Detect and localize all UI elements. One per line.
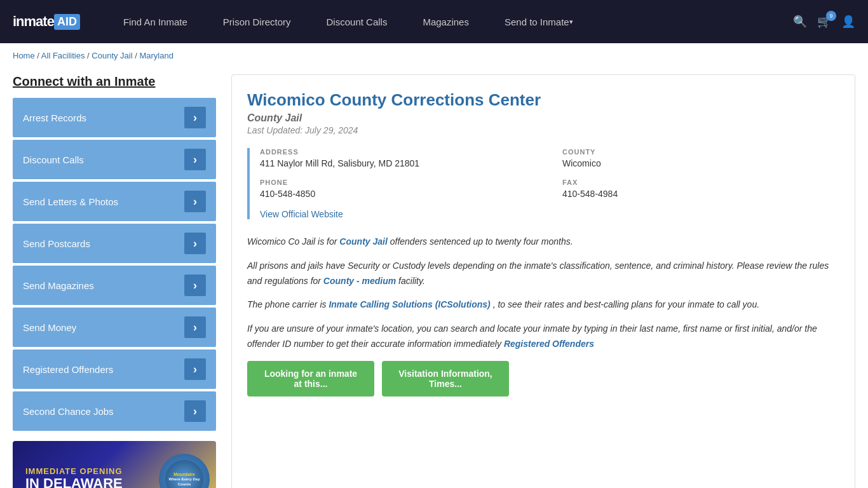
official-website-link[interactable]: View Official Website xyxy=(260,209,343,219)
phone-value: 410-548-4850 xyxy=(260,189,537,199)
nav-discount-calls[interactable]: Discount Calls xyxy=(309,0,405,43)
phone-section: PHONE 410-548-4850 xyxy=(260,179,537,199)
sidebar-item-second-chance-jobs[interactable]: Second Chance Jobs › xyxy=(13,391,216,431)
ad-brand-logo: Mountaire Where Every Day Counts xyxy=(159,454,210,488)
sidebar-advertisement[interactable]: IMMEDIATE OPENING IN DELAWARE Mountaire … xyxy=(13,441,216,488)
arrow-icon: › xyxy=(184,358,206,380)
arrow-icon: › xyxy=(184,316,206,338)
main-layout: Connect with an Inmate Arrest Records › … xyxy=(0,68,868,488)
sidebar-item-arrest-records[interactable]: Arrest Records › xyxy=(13,98,216,137)
sidebar-item-label: Second Chance Jobs xyxy=(23,406,114,417)
sidebar-item-label: Send Letters & Photos xyxy=(23,196,118,207)
arrow-icon: › xyxy=(184,233,206,254)
sidebar-item-label: Send Postcards xyxy=(23,238,90,249)
last-updated: Last Updated: July 29, 2024 xyxy=(247,125,839,135)
sidebar-item-label: Arrest Records xyxy=(23,112,86,123)
fax-value: 410-548-4984 xyxy=(562,189,839,199)
county-label: COUNTY xyxy=(562,148,839,156)
sidebar-item-send-postcards[interactable]: Send Postcards › xyxy=(13,224,216,263)
arrow-icon: › xyxy=(184,191,206,212)
breadcrumb-county-jail[interactable]: County Jail xyxy=(92,51,132,60)
sidebar-item-registered-offenders[interactable]: Registered Offenders › xyxy=(13,349,216,389)
sidebar-item-label: Discount Calls xyxy=(23,154,84,165)
desc-paragraph-4: If you are unsure of your inmate's locat… xyxy=(247,322,839,352)
county-section: COUNTY Wicomico xyxy=(562,148,839,168)
sidebar: Connect with an Inmate Arrest Records › … xyxy=(13,74,216,488)
fax-section: FAX 410-548-4984 xyxy=(562,179,839,199)
account-button[interactable]: 👤 xyxy=(841,15,855,29)
ad-delaware-text: IN DELAWARE xyxy=(25,476,123,488)
sidebar-item-label: Send Money xyxy=(23,322,76,333)
ad-immediate-text: IMMEDIATE OPENING xyxy=(25,466,123,476)
logo[interactable]: inmate AID xyxy=(13,13,80,30)
address-value: 411 Naylor Mill Rd, Salisbury, MD 21801 xyxy=(260,158,537,168)
sidebar-item-send-letters[interactable]: Send Letters & Photos › xyxy=(13,182,216,221)
facility-type: County Jail xyxy=(247,112,839,124)
fax-label: FAX xyxy=(562,179,839,186)
facility-content: Wicomico County Corrections Center Count… xyxy=(231,74,855,488)
arrow-icon: › xyxy=(184,107,206,128)
sidebar-menu: Arrest Records › Discount Calls › Send L… xyxy=(13,98,216,431)
nav-magazines[interactable]: Magazines xyxy=(405,0,487,43)
sidebar-item-discount-calls[interactable]: Discount Calls › xyxy=(13,140,216,179)
nav-prison-directory[interactable]: Prison Directory xyxy=(205,0,309,43)
icsolutions-link[interactable]: Inmate Calling Solutions (ICSolutions) xyxy=(329,299,490,309)
sidebar-item-label: Registered Offenders xyxy=(23,364,113,375)
sidebar-title: Connect with an Inmate xyxy=(13,74,216,89)
address-section: ADDRESS 411 Naylor Mill Rd, Salisbury, M… xyxy=(260,148,537,168)
nav-links: Find An Inmate Prison Directory Discount… xyxy=(105,0,793,43)
sidebar-item-label: Send Magazines xyxy=(23,280,94,291)
breadcrumb-all-facilities[interactable]: All Facilities xyxy=(41,51,85,60)
facility-name: Wicomico County Corrections Center xyxy=(247,90,839,110)
visitation-info-button[interactable]: Visitation Information, Times... xyxy=(382,361,509,396)
search-button[interactable]: 🔍 xyxy=(793,15,807,29)
breadcrumb-home[interactable]: Home xyxy=(13,51,35,60)
nav-send-to-inmate[interactable]: Send to Inmate xyxy=(487,0,591,43)
bottom-buttons: Looking for an inmate at this... Visitat… xyxy=(247,361,839,396)
registered-offenders-link[interactable]: Registered Offenders xyxy=(504,339,594,349)
arrow-icon: › xyxy=(184,149,206,170)
nav-icons: 🔍 🛒 9 👤 xyxy=(793,15,855,29)
facility-description: Wicomico Co Jail is for County Jail offe… xyxy=(247,234,839,352)
cart-button[interactable]: 🛒 9 xyxy=(817,15,831,29)
desc-paragraph-2: All prisons and jails have Security or C… xyxy=(247,259,839,289)
website-section: View Official Website xyxy=(260,209,839,219)
nav-find-inmate[interactable]: Find An Inmate xyxy=(105,0,205,43)
facility-info-grid: ADDRESS 411 Naylor Mill Rd, Salisbury, M… xyxy=(247,148,839,219)
looking-for-inmate-button[interactable]: Looking for an inmate at this... xyxy=(247,361,374,396)
desc-paragraph-1: Wicomico Co Jail is for County Jail offe… xyxy=(247,234,839,250)
navigation: inmate AID Find An Inmate Prison Directo… xyxy=(0,0,868,43)
phone-label: PHONE xyxy=(260,179,537,186)
desc-paragraph-3: The phone carrier is Inmate Calling Solu… xyxy=(247,297,839,313)
county-jail-link[interactable]: County Jail xyxy=(339,236,387,247)
address-label: ADDRESS xyxy=(260,148,537,156)
sidebar-item-send-magazines[interactable]: Send Magazines › xyxy=(13,266,216,305)
sidebar-item-send-money[interactable]: Send Money › xyxy=(13,308,216,347)
county-value: Wicomico xyxy=(562,158,839,168)
arrow-icon: › xyxy=(184,400,206,422)
county-medium-link[interactable]: County - medium xyxy=(323,276,396,286)
arrow-icon: › xyxy=(184,274,206,296)
ad-brand-label: Mountaire xyxy=(165,471,203,477)
breadcrumb-state[interactable]: Maryland xyxy=(139,51,173,60)
cart-badge: 9 xyxy=(826,11,836,21)
breadcrumb: Home / All Facilities / County Jail / Ma… xyxy=(0,43,868,68)
